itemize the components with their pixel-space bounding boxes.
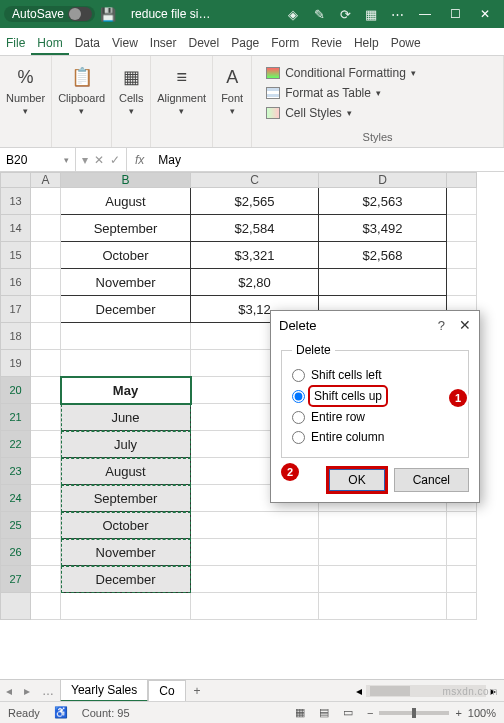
group-clipboard: 📋 Clipboard ▾ <box>52 56 112 147</box>
minimize-button[interactable]: — <box>410 7 440 21</box>
sheet-nav-more[interactable]: … <box>36 684 60 698</box>
table-row: 15October$3,321$2,568 <box>1 242 477 269</box>
tab-home[interactable]: Hom <box>31 31 68 55</box>
close-button[interactable]: ✕ <box>470 7 500 21</box>
zoom-control[interactable]: − + 100% <box>367 707 496 719</box>
save-icon[interactable]: 💾 <box>95 7 121 22</box>
sheet-tab-bar: ◂ ▸ … Yearly Sales Co + ◂ ▸ <box>0 679 504 701</box>
table-row: 26November <box>1 539 477 566</box>
autosave-toggle[interactable]: AutoSave <box>4 6 95 22</box>
dropdown-icon[interactable]: ▾ <box>82 153 88 167</box>
fx-label[interactable]: fx <box>127 153 152 167</box>
conditional-formatting-button[interactable]: Conditional Formatting ▾ <box>264 64 418 82</box>
sheet-nav-next[interactable]: ▸ <box>18 684 36 698</box>
diamond-icon[interactable]: ◈ <box>280 7 306 22</box>
status-mode: Ready <box>8 707 40 719</box>
table-row <box>1 593 477 620</box>
scroll-left-icon[interactable]: ◂ <box>356 684 362 698</box>
view-page-icon[interactable]: ▤ <box>319 706 329 719</box>
formula-bar: B20▾ ▾✕✓ fx May <box>0 148 504 172</box>
option-entire-column[interactable]: Entire column <box>292 427 458 447</box>
col-header-b[interactable]: B <box>61 173 191 188</box>
cell-styles-icon <box>266 107 280 119</box>
tab-page[interactable]: Page <box>225 31 265 55</box>
clipboard-button[interactable]: 📋 Clipboard ▾ <box>58 60 105 116</box>
tab-view[interactable]: View <box>106 31 144 55</box>
sheet-nav-prev[interactable]: ◂ <box>0 684 18 698</box>
view-normal-icon[interactable]: ▦ <box>295 706 305 719</box>
tab-power[interactable]: Powe <box>385 31 427 55</box>
table-row: 25October <box>1 512 477 539</box>
chevron-down-icon: ▾ <box>347 108 352 118</box>
tab-insert[interactable]: Inser <box>144 31 183 55</box>
add-sheet-button[interactable]: + <box>186 684 209 698</box>
number-format-button[interactable]: % Number ▾ <box>6 60 45 116</box>
table-icon <box>266 87 280 99</box>
cells-button[interactable]: ▦ Cells ▾ <box>118 60 144 116</box>
tab-file[interactable]: File <box>0 31 31 55</box>
table-row: 14September$2,584$3,492 <box>1 215 477 242</box>
col-header-a[interactable]: A <box>31 173 61 188</box>
option-shift-left[interactable]: Shift cells left <box>292 365 458 385</box>
percent-icon: % <box>13 64 39 90</box>
font-icon: A <box>219 64 245 90</box>
overflow-icon[interactable]: ⋯ <box>384 7 410 22</box>
font-button[interactable]: A Font ▾ <box>219 60 245 116</box>
status-count: Count: 95 <box>82 707 130 719</box>
tab-developer[interactable]: Devel <box>183 31 226 55</box>
zoom-slider[interactable] <box>379 711 449 715</box>
check-icon[interactable]: ✓ <box>110 153 120 167</box>
name-box[interactable]: B20▾ <box>0 148 76 171</box>
grid-icon[interactable]: ▦ <box>358 7 384 22</box>
tab-help[interactable]: Help <box>348 31 385 55</box>
zoom-in-icon[interactable]: + <box>455 707 461 719</box>
dialog-title: Delete <box>279 318 317 333</box>
col-header-c[interactable]: C <box>191 173 319 188</box>
table-row: 13August$2,565$2,563 <box>1 188 477 215</box>
group-alignment: ≡ Alignment ▾ <box>151 56 213 147</box>
table-row: 27December <box>1 566 477 593</box>
option-shift-up[interactable]: Shift cells up <box>292 385 458 407</box>
tab-formulas[interactable]: Form <box>265 31 305 55</box>
accessibility-icon[interactable]: ♿ <box>54 706 68 719</box>
dialog-close-button[interactable]: ✕ <box>459 317 471 333</box>
watermark: msxdn.com <box>442 686 498 697</box>
maximize-button[interactable]: ☐ <box>440 7 470 21</box>
delete-dialog: Delete ? ✕ Delete Shift cells left Shift… <box>270 310 480 503</box>
sheet-tab-co[interactable]: Co <box>148 680 185 701</box>
cond-format-icon <box>266 67 280 79</box>
autosave-label: AutoSave <box>12 7 64 21</box>
chevron-down-icon: ▾ <box>23 106 28 116</box>
chevron-down-icon: ▾ <box>230 106 235 116</box>
zoom-value[interactable]: 100% <box>468 707 496 719</box>
active-cell[interactable]: May <box>61 377 191 404</box>
callout-2: 2 <box>281 463 299 481</box>
col-header-d[interactable]: D <box>319 173 447 188</box>
align-icon: ≡ <box>169 64 195 90</box>
tab-review[interactable]: Revie <box>305 31 348 55</box>
title-bar: AutoSave 💾 reduce file si… ◈ ✎ ⟳ ▦ ⋯ — ☐… <box>0 0 504 28</box>
option-entire-row[interactable]: Entire row <box>292 407 458 427</box>
toggle-off-icon <box>68 7 92 21</box>
sheet-tab-yearly-sales[interactable]: Yearly Sales <box>60 679 148 702</box>
cancel-button[interactable]: Cancel <box>394 468 469 492</box>
cancel-icon[interactable]: ✕ <box>94 153 104 167</box>
col-header-e[interactable] <box>447 173 477 188</box>
pen-icon[interactable]: ✎ <box>306 7 332 22</box>
format-as-table-button[interactable]: Format as Table ▾ <box>264 84 418 102</box>
tab-data[interactable]: Data <box>69 31 106 55</box>
table-row: 16November$2,80 <box>1 269 477 296</box>
select-all-corner[interactable] <box>1 173 31 188</box>
cell-styles-button[interactable]: Cell Styles ▾ <box>264 104 418 122</box>
help-icon[interactable]: ? <box>438 318 445 333</box>
ribbon: % Number ▾ 📋 Clipboard ▾ ▦ Cells ▾ ≡ Ali… <box>0 56 504 148</box>
chevron-down-icon: ▾ <box>129 106 134 116</box>
alignment-button[interactable]: ≡ Alignment ▾ <box>157 60 206 116</box>
zoom-out-icon[interactable]: − <box>367 707 373 719</box>
chevron-down-icon: ▾ <box>79 106 84 116</box>
view-break-icon[interactable]: ▭ <box>343 706 353 719</box>
formula-input[interactable]: May <box>152 153 187 167</box>
ok-button[interactable]: OK <box>328 468 385 492</box>
sync-icon[interactable]: ⟳ <box>332 7 358 22</box>
ribbon-tabs: File Hom Data View Inser Devel Page Form… <box>0 28 504 56</box>
